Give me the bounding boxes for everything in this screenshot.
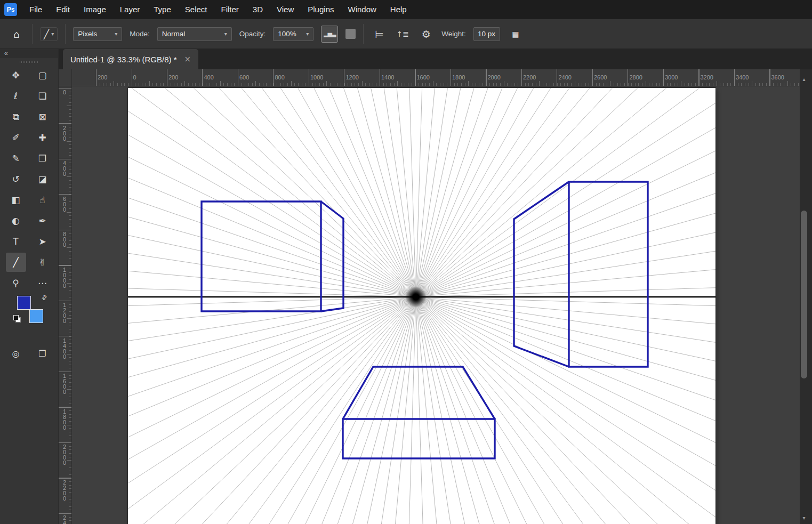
lasso-tool[interactable]: ℓ <box>6 86 26 106</box>
tool-preset-picker[interactable]: ╱ ▾ <box>40 27 58 41</box>
document-artwork <box>128 88 715 524</box>
opacity-label: Opacity: <box>239 30 266 38</box>
toolbar-more[interactable]: ⋯ <box>33 273 53 293</box>
menu-layer[interactable]: Layer <box>113 0 147 19</box>
canvas-viewport <box>72 86 800 524</box>
menu-type[interactable]: Type <box>147 0 178 19</box>
path-selection-tool[interactable]: ➤ <box>33 232 53 251</box>
eraser-tool[interactable]: ◪ <box>33 170 53 189</box>
ruler-corner <box>59 69 72 86</box>
h-ruler-label: 1000 <box>310 74 323 80</box>
v-ruler-label: 1000 <box>60 267 68 288</box>
history-brush-tool[interactable]: ↺ <box>6 170 26 189</box>
chevron-down-icon: ▾ <box>306 31 309 37</box>
v-ruler-label: 1800 <box>60 408 68 430</box>
h-ruler-label: 0 <box>133 74 136 80</box>
spot-healing-brush-tool[interactable]: ✚ <box>33 128 53 147</box>
vertical-scrollbar[interactable]: ▴ ▾ <box>800 69 808 524</box>
menu-3d[interactable]: 3D <box>246 0 270 19</box>
default-colors-icon[interactable] <box>13 315 21 323</box>
object-selection-tool[interactable]: ❏ <box>33 86 53 106</box>
v-ruler-label: 1600 <box>60 373 68 394</box>
menu-window[interactable]: Window <box>341 0 383 19</box>
pressure-opacity-icon[interactable]: ▂▅▃ <box>321 26 338 43</box>
home-icon[interactable]: ⌂ <box>9 26 25 42</box>
right-edge-strip <box>808 69 812 524</box>
document-tab-title: Untitled-1 @ 33.3% (RGB/8) * <box>70 55 176 64</box>
tool-mode-value: Pixels <box>78 30 97 38</box>
stroke-options-icon[interactable]: ▦ <box>508 26 524 42</box>
type-tool[interactable]: T <box>6 232 26 251</box>
line-tool[interactable]: ╱ <box>6 253 26 272</box>
scroll-down-icon[interactable]: ▾ <box>800 513 808 522</box>
h-ruler-label: 2000 <box>488 74 501 80</box>
crop-tool[interactable]: ⧉ <box>6 107 26 126</box>
v-ruler-label: 1200 <box>60 302 68 323</box>
toolbar-collapse-button[interactable]: « <box>0 49 58 58</box>
menu-plugins[interactable]: Plugins <box>301 0 341 19</box>
h-ruler-label: 200 <box>168 74 178 80</box>
weight-value: 10 px <box>478 30 495 38</box>
layers-arrange-icon[interactable]: ↑≣ <box>395 26 411 42</box>
h-ruler-label: 3600 <box>771 74 784 80</box>
chevron-down-icon: ▾ <box>115 31 117 37</box>
document-tab[interactable]: Untitled-1 @ 33.3% (RGB/8) * × <box>63 49 198 69</box>
separator <box>65 24 66 44</box>
align-icon[interactable]: ⊨ <box>371 26 387 42</box>
screen-mode-button[interactable]: ❐ <box>33 344 53 363</box>
scroll-up-icon[interactable]: ▴ <box>800 75 808 83</box>
v-ruler-label: 800 <box>60 231 68 247</box>
default-black-swatch <box>13 315 19 320</box>
ruler-horizontal[interactable]: 2000200400600800100012001400160018002000… <box>72 69 812 86</box>
menu-edit[interactable]: Edit <box>49 0 77 19</box>
background-color-swatch[interactable] <box>29 309 43 323</box>
close-icon[interactable]: × <box>184 54 191 64</box>
document-canvas[interactable] <box>128 88 715 524</box>
h-ruler-label: 200 <box>98 74 107 80</box>
scrollbar-thumb[interactable] <box>801 211 807 378</box>
opacity-select[interactable]: 100% ▾ <box>273 27 313 41</box>
h-ruler-label: 800 <box>275 74 285 80</box>
menu-filter[interactable]: Filter <box>214 0 246 19</box>
hand-tool[interactable]: ✌ <box>33 253 53 272</box>
foreground-color-swatch[interactable] <box>17 296 31 310</box>
dodge-tool[interactable]: ◐ <box>6 211 26 230</box>
menu-help[interactable]: Help <box>383 0 414 19</box>
clone-stamp-tool[interactable]: ❒ <box>33 149 53 168</box>
fill-swatch[interactable] <box>345 29 356 39</box>
rectangular-marquee-tool[interactable]: ▢ <box>33 66 53 85</box>
opacity-value: 100% <box>278 30 296 38</box>
gradient-tool[interactable]: ◧ <box>6 190 26 209</box>
menu-image[interactable]: Image <box>77 0 113 19</box>
menu-select[interactable]: Select <box>178 0 214 19</box>
zoom-tool[interactable]: ⚲ <box>6 273 26 293</box>
blend-mode-value: Normal <box>162 30 186 38</box>
frame-tool[interactable]: ⊠ <box>33 107 53 126</box>
color-swatch-area: ⇄ <box>0 293 58 342</box>
smudge-tool[interactable]: ☝ <box>33 190 53 209</box>
blend-mode-select[interactable]: Normal ▾ <box>157 27 232 41</box>
line-tool-icon: ╱ <box>44 29 49 39</box>
h-ruler-label: 3000 <box>665 74 678 80</box>
document-tab-bar: Untitled-1 @ 33.3% (RGB/8) * × <box>59 49 812 69</box>
pen-tool[interactable]: ✒ <box>33 211 53 230</box>
menu-view[interactable]: View <box>270 0 301 19</box>
vanishing-point-dot <box>413 294 420 301</box>
toolbar-grabber[interactable] <box>20 61 39 63</box>
brush-tool[interactable]: ✎ <box>6 149 26 168</box>
v-ruler-label: 2000 <box>60 444 68 465</box>
tool-mode-select[interactable]: Pixels ▾ <box>73 27 122 41</box>
weight-input[interactable]: 10 px <box>473 27 500 41</box>
h-ruler-label: 3200 <box>701 74 713 80</box>
move-tool[interactable]: ✥ <box>6 66 26 85</box>
eyedropper-tool[interactable]: ✐ <box>6 128 26 147</box>
ruler-vertical[interactable]: 0200400600800100012001400160018002000220… <box>59 86 72 524</box>
swap-colors-icon[interactable]: ⇄ <box>40 293 49 302</box>
gear-icon[interactable]: ⚙ <box>418 26 434 42</box>
h-ruler-label: 600 <box>239 74 249 80</box>
separator <box>32 24 33 44</box>
v-ruler-label: 2400 <box>60 514 68 524</box>
menu-file[interactable]: File <box>22 0 49 19</box>
h-ruler-label: 2200 <box>523 74 536 80</box>
quick-mask-button[interactable]: ◎ <box>6 344 26 363</box>
